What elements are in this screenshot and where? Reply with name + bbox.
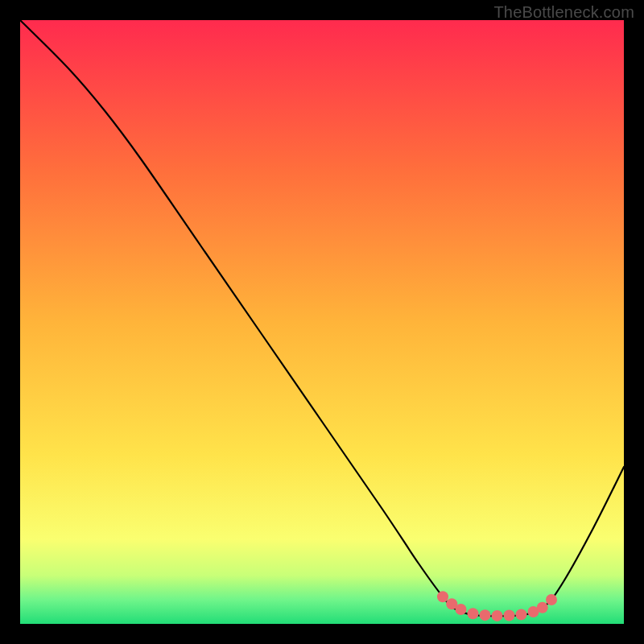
highlight-dot [546,594,557,605]
highlight-dot [468,608,479,619]
bottleneck-chart [20,20,624,624]
gradient-background [20,20,624,624]
highlight-dot [537,602,548,613]
plot-area [20,20,624,624]
watermark-text: TheBottleneck.com [493,3,634,22]
highlight-dot [480,609,491,621]
chart-frame: TheBottleneck.com [0,0,644,644]
highlight-dot [516,609,527,620]
highlight-dot [492,610,503,621]
highlight-dot [504,610,515,621]
highlight-dot [437,591,448,602]
highlight-dot [456,604,467,615]
